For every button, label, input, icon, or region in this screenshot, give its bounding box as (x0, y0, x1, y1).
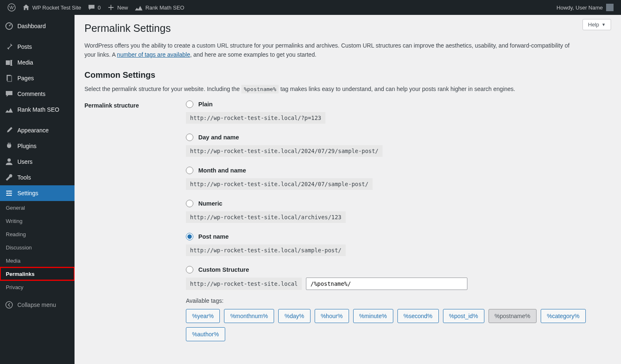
svg-point-0 (8, 4, 15, 11)
submenu-permalinks[interactable]: Permalinks (0, 267, 75, 280)
sidebar-item-settings[interactable]: Settings (0, 185, 75, 201)
collapse-label: Collapse menu (17, 302, 56, 308)
collapse-icon (5, 301, 13, 309)
sidebar-item-pages[interactable]: Pages (0, 70, 75, 86)
radio-plain[interactable] (186, 101, 193, 108)
tag-minute[interactable]: %minute% (353, 309, 393, 323)
sidebar-item-label: Tools (17, 174, 31, 181)
tag-postname[interactable]: %postname% (489, 309, 537, 323)
howdy-text: Howdy, User Name (556, 5, 603, 11)
permalink-structure-label: Permalink structure (84, 101, 186, 109)
submenu-media[interactable]: Media (0, 254, 75, 267)
sidebar-item-appearance[interactable]: Appearance (0, 122, 75, 138)
submenu-discussion[interactable]: Discussion (0, 241, 75, 254)
sidebar-item-comments[interactable]: Comments (0, 86, 75, 102)
pin-icon (5, 43, 13, 51)
wrench-icon (5, 173, 13, 182)
desc-post: tag makes links easy to understand, and … (280, 86, 515, 92)
submenu-label: Privacy (6, 284, 24, 290)
option-day-name-label[interactable]: Day and name (186, 134, 611, 141)
tags-available-link[interactable]: number of tags are available (117, 51, 190, 58)
collapse-menu[interactable]: Collapse menu (0, 297, 75, 313)
example-post-name: http://wp-rocket-test-site.local/sample-… (186, 244, 346, 256)
sidebar-item-rankmath[interactable]: Rank Math SEO (0, 102, 75, 117)
new-label: New (117, 5, 128, 11)
home-icon (22, 4, 30, 11)
help-button[interactable]: Help ▼ (582, 19, 611, 30)
option-month-name-label[interactable]: Month and name (186, 167, 611, 174)
submenu-writing[interactable]: Writing (0, 214, 75, 228)
sidebar-item-posts[interactable]: Posts (0, 39, 75, 55)
option-month-name: Month and name http://wp-rocket-test-sit… (186, 167, 611, 190)
custom-structure-row: http://wp-rocket-test-site.local (186, 278, 611, 290)
sliders-icon (5, 189, 13, 197)
tag-hour[interactable]: %hour% (315, 309, 349, 323)
tag-monthnum[interactable]: %monthnum% (224, 309, 274, 323)
tag-postid[interactable]: %post_id% (443, 309, 484, 323)
pages-icon (5, 74, 13, 82)
tag-second[interactable]: %second% (397, 309, 439, 323)
example-numeric: http://wp-rocket-test-site.local/archive… (186, 211, 346, 223)
permalink-options: Plain http://wp-rocket-test-site.local/?… (186, 101, 611, 341)
option-plain-label[interactable]: Plain (186, 101, 611, 108)
option-label: Month and name (198, 167, 246, 174)
option-label: Day and name (198, 134, 239, 141)
wp-logo[interactable] (4, 0, 19, 15)
example-plain: http://wp-rocket-test-site.local/?p=123 (186, 112, 325, 124)
option-label: Numeric (198, 200, 222, 207)
radio-day-name[interactable] (186, 134, 193, 141)
comment-icon (88, 4, 95, 11)
radio-month-name[interactable] (186, 167, 193, 174)
option-plain: Plain http://wp-rocket-test-site.local/?… (186, 101, 611, 124)
svg-point-8 (11, 195, 12, 196)
intro-post: , and here are some examples to get you … (190, 51, 316, 58)
submenu-label: Writing (6, 218, 22, 224)
account-link[interactable]: Howdy, User Name (553, 0, 617, 15)
sidebar-item-plugins[interactable]: Plugins (0, 138, 75, 154)
sidebar-item-users[interactable]: Users (0, 154, 75, 170)
chevron-down-icon: ▼ (602, 22, 606, 27)
postname-code: %postname% (241, 85, 279, 93)
submenu-privacy[interactable]: Privacy (0, 280, 75, 294)
example-day-name: http://wp-rocket-test-site.local/2024/07… (186, 145, 383, 157)
radio-custom[interactable] (186, 266, 193, 273)
submenu-label: Reading (6, 231, 26, 237)
submenu-label: Media (6, 258, 20, 264)
site-name-link[interactable]: WP Rocket Test Site (19, 0, 84, 15)
comments-count: 0 (98, 5, 101, 11)
sidebar-item-label: Plugins (17, 143, 36, 149)
rank-math-label: Rank Math SEO (145, 5, 184, 11)
admin-bar: WP Rocket Test Site 0 New Rank Math SEO … (0, 0, 621, 15)
permalink-structure-row: Permalink structure Plain http://wp-rock… (84, 101, 611, 341)
option-day-name: Day and name http://wp-rocket-test-site.… (186, 134, 611, 157)
option-post-name-label[interactable]: Post name (186, 233, 611, 240)
tag-category[interactable]: %category% (541, 309, 586, 323)
comments-link[interactable]: 0 (84, 0, 104, 15)
custom-structure-input[interactable] (306, 278, 467, 290)
new-content-link[interactable]: New (104, 0, 131, 15)
tag-author[interactable]: %author% (186, 327, 225, 341)
submenu-label: General (6, 205, 25, 211)
option-custom-label[interactable]: Custom Structure (186, 266, 611, 273)
plug-icon (5, 142, 13, 150)
sidebar-item-label: Pages (17, 75, 34, 81)
sidebar-item-dashboard[interactable]: Dashboard (0, 18, 75, 34)
tag-year[interactable]: %year% (186, 309, 220, 323)
option-numeric-label[interactable]: Numeric (186, 200, 611, 207)
svg-rect-2 (6, 60, 10, 65)
submenu-general[interactable]: General (0, 201, 75, 214)
help-label: Help (588, 22, 599, 28)
sidebar-item-media[interactable]: Media (0, 55, 75, 70)
rank-math-link[interactable]: Rank Math SEO (131, 0, 188, 15)
sidebar-item-label: Dashboard (17, 23, 46, 29)
media-icon (5, 58, 13, 67)
common-settings-desc: Select the permalink structure for your … (84, 86, 611, 92)
example-month-name: http://wp-rocket-test-site.local/2024/07… (186, 178, 373, 190)
radio-post-name[interactable] (186, 233, 193, 240)
sidebar-item-tools[interactable]: Tools (0, 170, 75, 185)
site-name: WP Rocket Test Site (32, 5, 81, 11)
content-area: Help ▼ Permalink Settings WordPress offe… (75, 15, 621, 364)
radio-numeric[interactable] (186, 200, 193, 207)
tag-day[interactable]: %day% (278, 309, 310, 323)
submenu-reading[interactable]: Reading (0, 228, 75, 241)
